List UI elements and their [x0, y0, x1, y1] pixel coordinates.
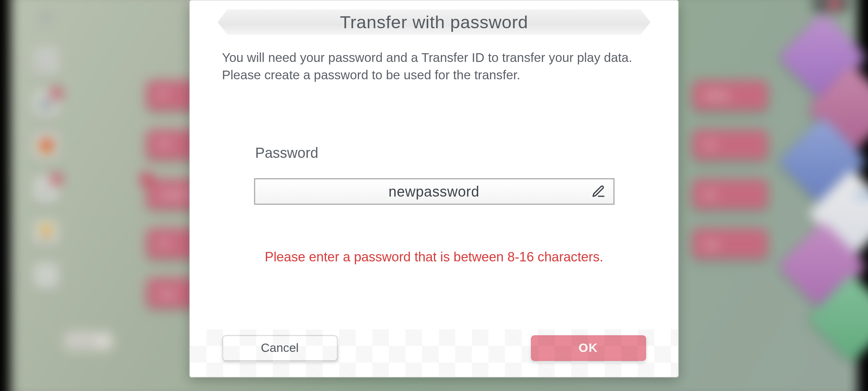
password-input[interactable]: newpassword [254, 178, 614, 205]
password-value: newpassword [388, 183, 479, 200]
dialog-description: You will need your password and a Transf… [222, 49, 646, 84]
edit-icon [591, 185, 605, 199]
dialog-footer: Cancel OK [190, 329, 678, 377]
password-label: Password [222, 144, 646, 161]
cancel-button[interactable]: Cancel [222, 336, 337, 361]
dialog-title: Transfer with password [340, 12, 528, 33]
password-error-message: Please enter a password that is between … [222, 249, 646, 265]
transfer-password-dialog: Transfer with password You will need you… [190, 0, 679, 378]
ok-button[interactable]: OK [531, 336, 646, 361]
dialog-header: Transfer with password [190, 1, 678, 44]
